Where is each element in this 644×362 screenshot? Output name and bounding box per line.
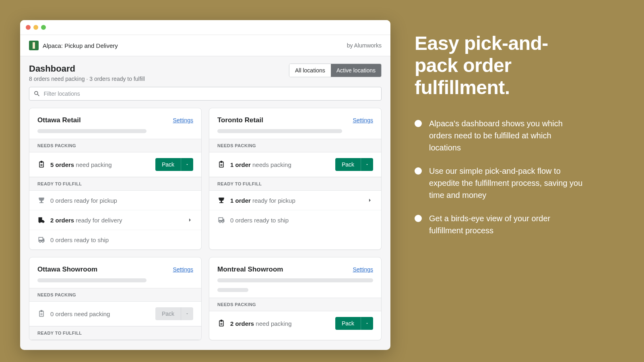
bullet-text: Alpaca's dashboard shows you which order… — [429, 117, 584, 154]
bullet-text: Use our simple pick-and-pack flow to exp… — [429, 165, 584, 201]
location-card: Montreal ShowroomSettingsNEEDS PACKING2 … — [209, 257, 382, 340]
caret-down-icon — [185, 162, 189, 167]
bullet-icon — [415, 215, 422, 222]
bullet-text: Get a birds-eye view of your order fulfi… — [429, 212, 584, 237]
search-field[interactable] — [29, 87, 382, 101]
location-filter-segment: All locations Active locations — [289, 64, 382, 77]
fulfill-row[interactable]: 2 orders ready for delivery — [29, 210, 201, 230]
clipboard-icon — [217, 160, 225, 169]
clipboard-icon — [217, 319, 225, 327]
pack-row: 1 order needs packingPack — [209, 152, 381, 177]
location-card: Toronto RetailSettingsNEEDS PACKING1 ord… — [209, 108, 382, 250]
dashboard-subtitle: 8 orders need packing · 3 orders ready t… — [29, 76, 145, 82]
maximize-icon[interactable] — [41, 25, 46, 30]
pack-button[interactable]: Pack — [155, 158, 181, 171]
promo-bullet: Get a birds-eye view of your order fulfi… — [415, 212, 584, 237]
store-icon — [37, 196, 45, 204]
location-name: Ottawa Showroom — [37, 265, 97, 274]
caret-down-icon — [185, 312, 189, 316]
pack-button: Pack — [155, 307, 181, 320]
location-card: Ottawa RetailSettingsNEEDS PACKING5 orde… — [29, 108, 202, 250]
bullet-icon — [415, 167, 422, 175]
skeleton-bar — [209, 129, 381, 139]
caret-down-icon — [365, 162, 369, 167]
pack-text: 2 orders need packing — [230, 320, 330, 327]
skeleton-bar — [29, 129, 201, 139]
section-needs-packing: NEEDS PACKING — [29, 288, 201, 302]
chevron-right-icon — [367, 197, 373, 204]
search-input[interactable] — [43, 90, 377, 97]
close-icon[interactable] — [26, 25, 31, 30]
fulfill-text: 2 orders ready for delivery — [50, 217, 182, 224]
ship-icon — [217, 216, 225, 224]
caret-down-icon — [365, 321, 369, 325]
pack-dropdown-button — [181, 307, 193, 320]
settings-link[interactable]: Settings — [353, 117, 373, 123]
location-name: Montreal Showroom — [217, 265, 283, 274]
section-ready-to-fulfill: READY TO FULFILL — [29, 177, 201, 191]
promo-bullet: Alpaca's dashboard shows you which order… — [415, 117, 584, 154]
fulfill-row: 0 orders ready to ship — [29, 230, 201, 249]
store-icon — [217, 196, 225, 204]
clipboard-icon — [37, 310, 45, 318]
location-card: Ottawa ShowroomSettingsNEEDS PACKING0 or… — [29, 257, 202, 340]
fulfill-row: 0 orders ready for pickup — [29, 191, 201, 210]
section-needs-packing: NEEDS PACKING — [209, 298, 381, 311]
page-title: Dashboard — [29, 64, 145, 74]
search-icon — [33, 90, 40, 97]
skeleton-bar — [29, 278, 201, 288]
app-logo-icon — [29, 41, 39, 50]
fulfill-text: 0 orders ready to ship — [230, 217, 373, 224]
settings-link[interactable]: Settings — [353, 266, 373, 273]
section-needs-packing: NEEDS PACKING — [209, 139, 381, 152]
truck-icon — [37, 216, 45, 224]
pack-row: 2 orders need packingPack — [209, 311, 381, 335]
location-name: Toronto Retail — [217, 116, 263, 124]
app-window: Alpaca: Pickup and Delivery by Alumworks… — [20, 20, 390, 350]
ship-icon — [37, 236, 45, 244]
location-name: Ottawa Retail — [37, 116, 81, 124]
fulfill-text: 1 order ready for pickup — [230, 197, 362, 204]
pack-button[interactable]: Pack — [335, 158, 361, 171]
pack-text: 0 orders need packing — [50, 311, 151, 317]
minimize-icon[interactable] — [33, 25, 38, 30]
window-controls — [20, 20, 390, 35]
pack-row: 5 orders need packingPack — [29, 152, 201, 177]
app-title: Alpaca: Pickup and Delivery — [43, 42, 118, 49]
pack-dropdown-button[interactable] — [361, 317, 373, 330]
pack-text: 1 order needs packing — [230, 161, 330, 168]
app-byline: by Alumworks — [347, 42, 382, 49]
bullet-icon — [415, 120, 422, 127]
chevron-right-icon — [187, 217, 193, 223]
fulfill-row: 0 orders ready to ship — [209, 210, 381, 230]
section-needs-packing: NEEDS PACKING — [29, 139, 201, 152]
section-ready-to-fulfill: READY TO FULFILL — [209, 177, 381, 191]
promo-bullet: Use our simple pick-and-pack flow to exp… — [415, 165, 584, 201]
pack-dropdown-button[interactable] — [361, 158, 373, 171]
seg-active-locations[interactable]: Active locations — [331, 64, 381, 77]
clipboard-icon — [37, 160, 45, 169]
seg-all-locations[interactable]: All locations — [289, 64, 331, 77]
section-ready-to-fulfill: READY TO FULFILL — [29, 326, 201, 340]
settings-link[interactable]: Settings — [173, 117, 193, 123]
fulfill-text: 0 orders ready for pickup — [50, 197, 193, 204]
pack-button[interactable]: Pack — [335, 317, 361, 330]
fulfill-text: 0 orders ready to ship — [50, 237, 193, 243]
pack-dropdown-button[interactable] — [181, 158, 193, 171]
pack-text: 5 orders need packing — [50, 161, 151, 168]
promo-panel: Easy pick-and-pack order fulfillment. Al… — [415, 32, 584, 248]
skeleton-bar — [209, 278, 381, 298]
pack-row: 0 orders need packingPack — [29, 302, 201, 326]
settings-link[interactable]: Settings — [173, 266, 193, 273]
fulfill-row[interactable]: 1 order ready for pickup — [209, 191, 381, 210]
app-header: Alpaca: Pickup and Delivery by Alumworks — [20, 35, 390, 56]
promo-headline: Easy pick-and-pack order fulfillment. — [415, 32, 584, 99]
